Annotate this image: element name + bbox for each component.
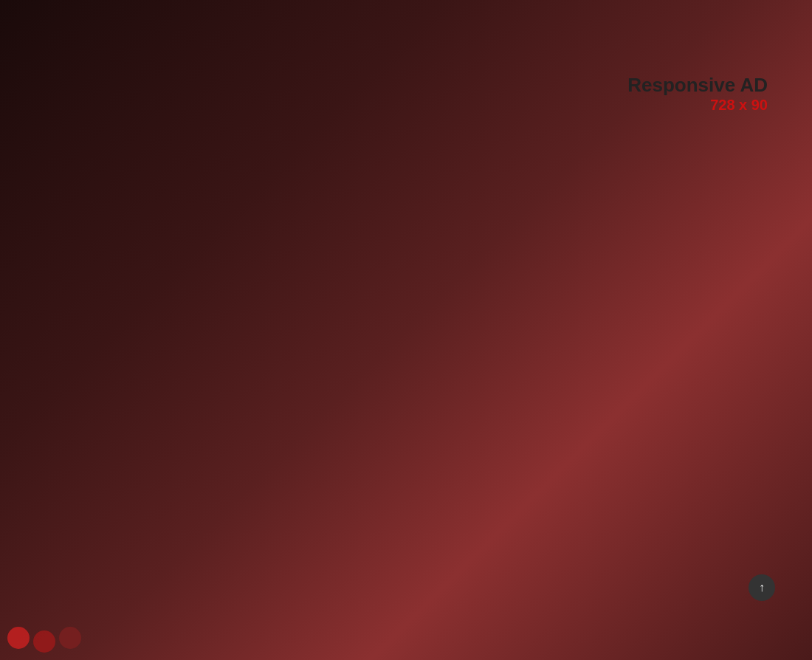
recent-cards-grid xyxy=(30,515,782,633)
scroll-top-icon: ↑ xyxy=(759,581,765,594)
recent-section: RECENT UPLOADED NEWS xyxy=(0,471,812,651)
ad-size-text: 728 x 90 xyxy=(627,97,768,114)
ad-responsive-text: Responsive AD xyxy=(627,74,768,97)
scroll-to-top-button[interactable]: ↑ xyxy=(749,574,775,601)
ad-text: Responsive AD 728 x 90 xyxy=(627,74,768,114)
recent-card-3-image xyxy=(541,515,782,633)
website-content: Today THURSDAY, 5TH DECEMBER 2019 Breaki… xyxy=(0,28,812,651)
recent-card-3[interactable] xyxy=(541,515,782,633)
